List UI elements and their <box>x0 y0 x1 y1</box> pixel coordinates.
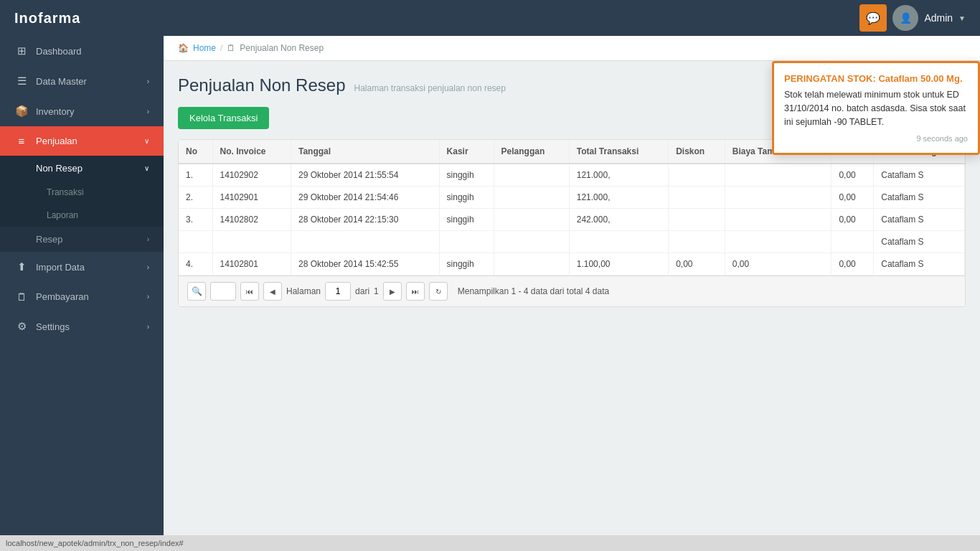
home-icon: 🏠 <box>178 43 189 53</box>
sidebar-item-data-master[interactable]: ☰ Data Master › <box>0 66 164 96</box>
sidebar-label-laporan: Laporan <box>47 210 78 220</box>
col-invoice: No. Invoice <box>212 140 291 164</box>
sidebar-item-transaksi[interactable]: Transaksi <box>0 181 164 204</box>
table-cell <box>725 187 831 209</box>
refresh-button[interactable]: ↻ <box>429 282 448 301</box>
chevron-right-settings-icon: › <box>147 323 149 331</box>
table-cell <box>439 231 494 253</box>
sidebar-item-non-resep[interactable]: Non Resep ∨ <box>0 156 164 181</box>
sidebar-item-dashboard[interactable]: ⊞ Dashboard <box>0 36 164 66</box>
user-area[interactable]: 👤 Admin ▼ <box>892 5 966 31</box>
breadcrumb-home[interactable]: Home <box>193 43 216 53</box>
table-row: 1.1410290229 Oktober 2014 21:55:54singgi… <box>179 164 965 187</box>
chevron-down-icon: ▼ <box>958 14 966 22</box>
inventory-icon: 📦 <box>14 105 29 118</box>
sidebar-label-settings: Settings <box>36 321 70 332</box>
col-diskon: Diskon <box>669 140 725 164</box>
sidebar-label-penjualan: Penjualan <box>36 136 77 146</box>
sidebar-item-inventory[interactable]: 📦 Inventory › <box>0 96 164 126</box>
page-label: Halaman <box>286 286 321 296</box>
table-cell: 1. <box>179 164 212 187</box>
page-title: Penjualan Non Resep <box>178 75 346 95</box>
pagination-bar: 🔍 ⏮ ◀ Halaman dari 1 ▶ ⏭ ↻ Menampilkan 1… <box>179 276 965 306</box>
page-input[interactable] <box>325 282 351 301</box>
col-kasir: Kasir <box>439 140 494 164</box>
sidebar-item-laporan[interactable]: Laporan <box>0 204 164 227</box>
table-cell <box>669 164 725 187</box>
statusbar: localhost/new_apotek/admin/trx_non_resep… <box>0 535 980 551</box>
table-cell: Cataflam S <box>874 187 965 209</box>
sidebar-label-pembayaran: Pembayaran <box>36 291 89 302</box>
table-cell: 14102901 <box>212 187 291 209</box>
last-page-button[interactable]: ⏭ <box>406 282 425 301</box>
table-cell <box>669 209 725 231</box>
penjualan-icon: ≡ <box>14 135 29 147</box>
chat-icon: 💬 <box>866 11 880 25</box>
sidebar-item-resep[interactable]: Resep › <box>0 227 164 252</box>
table-cell <box>725 231 831 253</box>
breadcrumb: 🏠 Home / 🗒 Penjualan Non Resep <box>164 36 980 61</box>
sidebar-item-settings[interactable]: ⚙ Settings › <box>0 311 164 342</box>
table-cell: 0,00 <box>831 253 874 276</box>
sidebar-sub-penjualan: Non Resep ∨ Transaksi Laporan Resep › <box>0 156 164 252</box>
table-cell <box>494 231 569 253</box>
notification-popup: PERINGATAN STOK: Cataflam 50.00 Mg. Stok… <box>772 61 980 155</box>
table-cell <box>725 209 831 231</box>
status-url: localhost/new_apotek/admin/trx_non_resep… <box>6 539 184 547</box>
sidebar-label-transaksi: Transaksi <box>47 187 84 197</box>
table-cell: 0,00 <box>669 253 725 276</box>
chevron-down-non-resep-icon: ∨ <box>144 164 149 172</box>
sidebar-label-data-master: Data Master <box>36 76 87 87</box>
table-cell <box>291 231 439 253</box>
sidebar-label-resep: Resep <box>36 234 63 245</box>
notification-button[interactable]: 💬 <box>859 4 887 32</box>
table-cell <box>494 253 569 276</box>
prev-page-button[interactable]: ◀ <box>263 282 282 301</box>
import-icon: ⬆ <box>14 260 29 273</box>
table-cell: Cataflam S <box>874 209 965 231</box>
page-subtitle: Halaman transaksi penjualan non resep <box>354 83 506 93</box>
from-label: dari <box>355 286 369 296</box>
sidebar-label-inventory: Inventory <box>36 106 74 117</box>
search-input-box[interactable] <box>210 282 236 301</box>
table-cell: 2. <box>179 187 212 209</box>
user-name: Admin <box>924 12 953 24</box>
brand: Inofarma <box>14 10 80 27</box>
table-cell: 28 Oktober 2014 15:42:55 <box>291 253 439 276</box>
table-cell <box>569 231 668 253</box>
notification-title: PERINGATAN STOK: Cataflam 50.00 Mg. <box>784 73 968 84</box>
sidebar-item-pembayaran[interactable]: 🗒 Pembayaran › <box>0 282 164 311</box>
breadcrumb-icon-page: 🗒 <box>227 43 235 53</box>
chevron-right-resep-icon: › <box>147 235 149 243</box>
page-content: PERINGATAN STOK: Cataflam 50.00 Mg. Stok… <box>164 61 980 321</box>
data-master-icon: ☰ <box>14 75 29 88</box>
chevron-right-pembayaran-icon: › <box>147 293 149 301</box>
table-cell: 0,00 <box>831 209 874 231</box>
table-cell: 28 Oktober 2014 22:15:30 <box>291 209 439 231</box>
next-page-button[interactable]: ▶ <box>383 282 402 301</box>
settings-icon: ⚙ <box>14 320 29 333</box>
pagination-info: Menampilkan 1 - 4 data dari total 4 data <box>458 286 609 296</box>
search-box[interactable]: 🔍 <box>187 282 206 301</box>
sidebar: ⊞ Dashboard ☰ Data Master › 📦 Inventory … <box>0 36 164 535</box>
table-cell: 0,00 <box>831 187 874 209</box>
table-cell <box>494 187 569 209</box>
table-cell <box>494 164 569 187</box>
table-cell: 29 Oktober 2014 21:54:46 <box>291 187 439 209</box>
sidebar-item-penjualan[interactable]: ≡ Penjualan ∨ <box>0 126 164 156</box>
chevron-down-penjualan-icon: ∨ <box>144 137 149 145</box>
table-cell: 121.000, <box>569 187 668 209</box>
col-no: No <box>179 140 212 164</box>
kelola-transaksi-button[interactable]: Kelola Transaksi <box>178 107 269 129</box>
table-cell <box>831 231 874 253</box>
first-page-button[interactable]: ⏮ <box>240 282 259 301</box>
table-cell: singgih <box>439 164 494 187</box>
table-cell <box>725 164 831 187</box>
sidebar-item-import-data[interactable]: ⬆ Import Data › <box>0 252 164 282</box>
table-row: 4.1410280128 Oktober 2014 15:42:55singgi… <box>179 253 965 276</box>
main-layout: ⊞ Dashboard ☰ Data Master › 📦 Inventory … <box>0 36 980 535</box>
table-row: 2.1410290129 Oktober 2014 21:54:46singgi… <box>179 187 965 209</box>
from-value: 1 <box>374 286 379 296</box>
breadcrumb-current: Penjualan Non Resep <box>240 43 324 53</box>
table-cell: 14102802 <box>212 209 291 231</box>
